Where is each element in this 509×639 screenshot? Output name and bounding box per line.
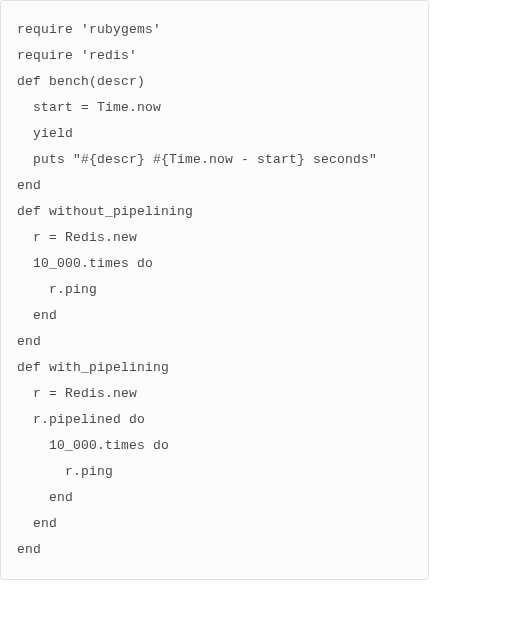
code-line: def with_pipelining: [17, 355, 412, 381]
code-line: end: [17, 329, 412, 355]
code-line: end: [17, 173, 412, 199]
code-line: r = Redis.new: [17, 381, 412, 407]
code-line: def bench(descr): [17, 69, 412, 95]
code-line: r.ping: [17, 459, 412, 485]
code-line: 10_000.times do: [17, 433, 412, 459]
code-line: r.pipelined do: [17, 407, 412, 433]
code-line: require 'redis': [17, 43, 412, 69]
code-line: def without_pipelining: [17, 199, 412, 225]
code-line: r = Redis.new: [17, 225, 412, 251]
code-line: end: [17, 537, 412, 563]
code-block: require 'rubygems'require 'redis'def ben…: [0, 0, 429, 580]
code-line: require 'rubygems': [17, 17, 412, 43]
code-line: start = Time.now: [17, 95, 412, 121]
code-line: end: [17, 511, 412, 537]
code-line: end: [17, 485, 412, 511]
code-line: yield: [17, 121, 412, 147]
code-line: r.ping: [17, 277, 412, 303]
code-line: end: [17, 303, 412, 329]
code-line: 10_000.times do: [17, 251, 412, 277]
code-line: puts "#{descr} #{Time.now - start} secon…: [17, 147, 412, 173]
